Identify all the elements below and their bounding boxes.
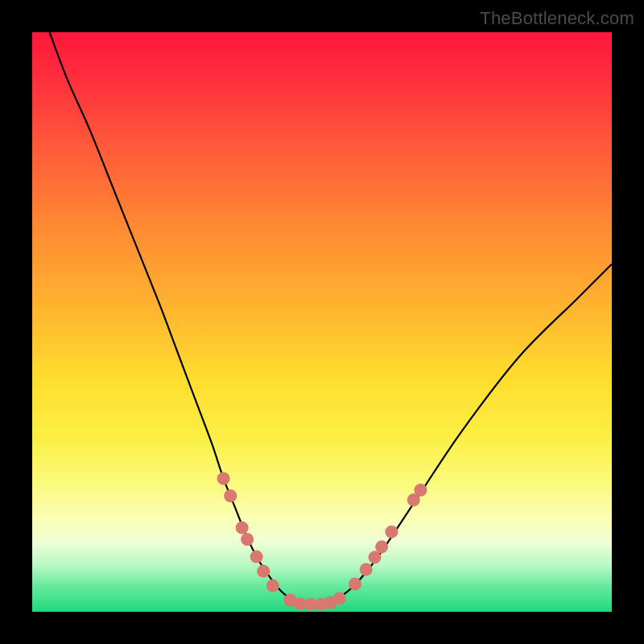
watermark-text: TheBottleneck.com [480, 8, 634, 29]
curve-marker [217, 472, 230, 485]
curve-marker [257, 565, 270, 578]
curve-marker [224, 489, 237, 502]
curve-marker [241, 533, 254, 546]
curve-marker [250, 551, 263, 564]
chart-svg [32, 32, 612, 612]
curve-marker [266, 580, 279, 592]
chart-plot-area [32, 32, 612, 612]
curve-markers [217, 472, 427, 610]
curve-marker [375, 540, 388, 553]
curve-marker [360, 563, 373, 576]
curve-marker [414, 484, 427, 497]
bottleneck-curve [50, 32, 612, 605]
curve-marker [236, 522, 249, 535]
chart-stage: TheBottleneck.com [0, 0, 644, 644]
curve-marker [333, 592, 346, 605]
curve-marker [349, 577, 361, 590]
curve-marker [385, 526, 398, 539]
